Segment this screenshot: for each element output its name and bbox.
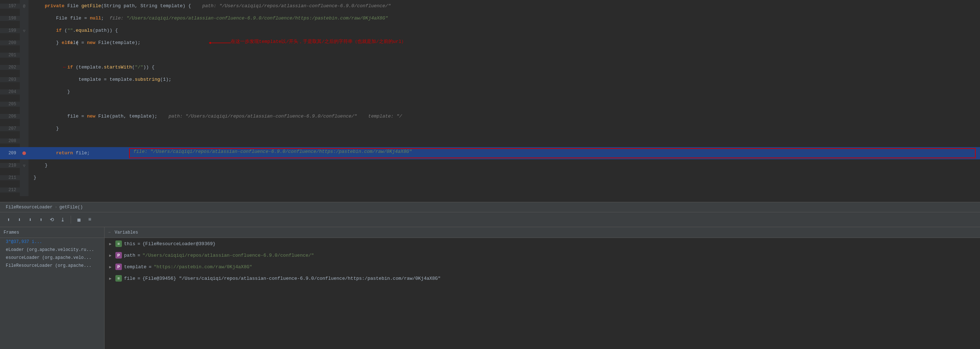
line-number-207: 207 [0,126,20,131]
code-line-208: 208 [0,135,980,147]
code-line-205: 205 [0,98,980,110]
gutter-207 [20,123,29,135]
toolbar-bar: ⬆ ⬇ ⬇ ⬆ ⟲ ⤓ ▦ ≡ [0,212,980,227]
line-number-199: 199 [0,28,20,33]
line-number-210: 210 [0,163,20,168]
var-val-this: {FileResourceLoader@39369} [142,241,216,247]
var-type-this: = [115,241,122,247]
var-name-template: template [124,264,146,270]
var-row-this[interactable]: ▶ = this = {FileResourceLoader@39369} [105,238,980,250]
evaluate-button[interactable]: ⤓ [59,215,67,224]
code-content-197: private File getFile(String path, String… [29,0,980,12]
gutter-205 [20,98,29,110]
code-line-210: 210 ▽ } [0,159,980,172]
variables-panel: → Variables ▶ = this = {FileResourceLoad… [105,227,980,349]
line-number-206: 206 [0,114,20,119]
line-number-198: 198 [0,16,20,21]
debug-value-209: file: "/Users/caiqiqi/repos/atlassian-co… [134,149,412,154]
code-line-203: 203 template = template.substring(1); [0,73,980,86]
gutter-202 [20,61,29,73]
code-line-207: 207 } [0,123,980,135]
code-content-211: } [29,172,980,184]
gutter-208 [20,135,29,147]
var-eq-template: = [148,264,151,270]
expand-file-icon[interactable]: ▶ [107,276,113,281]
code-content-210: } [29,159,980,172]
stack-item-1[interactable]: eLoader (org.apache.velocity.ru... [0,246,104,254]
var-row-file[interactable]: ▶ = file = {File@39456} "/Users/caiqiqi/… [105,273,980,284]
gutter-209 [20,147,29,159]
line-number-200: 200 [0,40,20,45]
var-name-file: file [124,276,135,281]
code-line-206: 206 file = new File(path, template); pat… [0,110,980,123]
toolbar-divider-1 [71,215,71,223]
stack-item-3[interactable]: FileResourceLoader (org.apache... [0,262,104,270]
code-content-207: } [29,123,980,135]
gutter-199: ▽ [20,24,29,37]
expand-path-icon[interactable]: ▶ [107,253,113,258]
breadcrumb-sep: › [55,205,57,210]
code-content-199: if ("".equals(path)) { [29,24,980,37]
gutter-198 [20,12,29,24]
gutter-197: @ [20,0,29,12]
editor-container: 197 @ private File getFile(String path, … [0,0,980,349]
line-number-202: 202 [0,65,20,70]
gutter-210: ▽ [20,159,29,172]
run-to-cursor-button[interactable]: ⟲ [48,215,56,224]
watch-button[interactable]: ▦ [75,215,83,224]
code-line-204: 204 } [0,86,980,98]
gutter-201 [20,49,29,61]
gutter-204 [20,86,29,98]
var-eq-file: = [137,276,140,281]
gutter-206 [20,110,29,123]
code-line-211: 211 } [0,172,980,184]
code-content-203: template = template.substring(1); [29,73,980,86]
line-number-211: 211 [0,175,20,180]
code-content-202: if (template.startsWith("/")) { [29,61,980,73]
var-name-this: this [124,241,135,247]
code-line-209: 209 return file; file: "/Users/caiqiqi/r… [0,147,980,159]
stack-item-2[interactable]: esourceLoader (org.apache.velo... [0,254,104,262]
breakpoint-209 [22,151,26,155]
step-out-button[interactable]: ⬆ [37,215,45,224]
code-line-199: 199 ▽ if ("".equals(path)) { [0,24,980,37]
var-name-path: path [124,253,135,258]
var-val-path: "/Users/caiqiqi/repos/atlassian-confluen… [142,253,314,258]
stack-header: Frames [0,227,104,238]
var-type-template: P [115,263,122,270]
var-val-file: {File@39456} "/Users/caiqiqi/repos/atlas… [142,276,441,281]
var-row-path[interactable]: ▶ P path = "/Users/caiqiqi/repos/atlassi… [105,250,980,261]
code-line-212: 212 [0,184,980,196]
line-number-209: 209 [0,151,20,156]
step-into-my-code-button[interactable]: ⬇ [26,215,35,224]
expand-this-icon[interactable]: ▶ [107,242,113,246]
code-line-197: 197 @ private File getFile(String path, … [0,0,980,12]
code-line-202: 202 if (template.startsWith("/")) { [0,61,980,73]
var-type-path: P [115,252,122,258]
code-line-201: 201 } else { ← [0,49,980,61]
gutter-203 [20,73,29,86]
expand-template-icon[interactable]: ▶ [107,265,113,269]
stack-item-0[interactable]: 3"@37,937 i... [0,238,104,246]
stack-label: Frames [3,230,19,235]
var-eq-this: = [137,241,140,247]
breadcrumb-class[interactable]: FileResourceLoader [6,205,52,210]
var-row-template[interactable]: ▶ P template = "https://pastebin.com/raw… [105,261,980,273]
gutter-212 [20,184,29,196]
code-content-198: File file = null; file: "/Users/caiqiqi/… [29,12,980,24]
line-number-201: 201 [0,53,20,58]
code-content-204: } [29,86,980,98]
code-line-198: 198 File file = null; file: "/Users/caiq… [0,12,980,24]
var-type-file: = [115,275,122,282]
var-eq-path: = [137,253,140,258]
var-val-template: "https://pastebin.com/raw/0Kj4aX8G" [154,264,252,270]
breadcrumb-method[interactable]: getFile() [59,205,83,210]
stack-panel: Frames 3"@37,937 i... eLoader (org.apach… [0,227,105,349]
line-number-197: 197 [0,3,20,9]
variables-label: Variables [115,230,138,235]
step-into-button[interactable]: ⬇ [15,215,24,224]
step-over-button[interactable]: ⬆ [4,215,13,224]
line-number-204: 204 [0,89,20,94]
settings-button[interactable]: ≡ [86,215,94,224]
down-icon-210: ▽ [23,163,25,168]
